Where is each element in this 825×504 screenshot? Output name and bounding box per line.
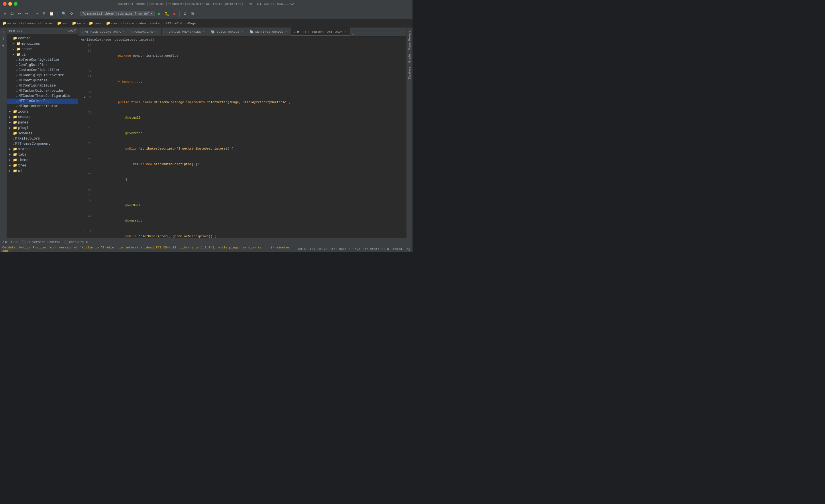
tab-close-buildgradle[interactable]: ×: [241, 30, 244, 34]
line-content-52[interactable]: @NotNull: [91, 110, 406, 126]
tree-item-mtcustomtheme[interactable]: ☕ MTCustomThemeConfigurable: [7, 93, 78, 98]
tree-item-mtthemescomponent[interactable]: ☕ MTThemesComponent: [7, 141, 78, 146]
line-content-39[interactable]: [91, 69, 406, 74]
tree-item-confignotifier[interactable]: ☕ ConfigNotifier: [7, 63, 78, 68]
tree-item-tree[interactable]: ▶ 📁 tree: [7, 163, 78, 168]
sidebar-maven-projects[interactable]: Maven Projects: [407, 29, 411, 52]
line-content-59[interactable]: @NotNull: [91, 198, 406, 213]
tab-close-colorjava[interactable]: ×: [156, 30, 158, 34]
cut-button[interactable]: ✂: [34, 11, 41, 17]
statusbar-event-log[interactable]: Event Log: [393, 247, 410, 251]
tab-buildgradle[interactable]: 🐘 BUILD.GRADLE ×: [208, 27, 247, 36]
ebc-class[interactable]: MTFileColorsPage: [81, 38, 111, 42]
maximize-button[interactable]: [14, 2, 17, 6]
tree-item-ui[interactable]: ▶ 📁 ui: [7, 52, 78, 57]
line-content-38[interactable]: [91, 64, 406, 69]
bc-item-idea[interactable]: idea: [138, 22, 146, 25]
tree-item-config[interactable]: ▾ 📁 config: [7, 35, 78, 41]
bb-item-checkstyle[interactable]: ⬛ CheckStyle: [64, 240, 88, 244]
paste-button[interactable]: 📋: [48, 11, 55, 17]
bc-item-main[interactable]: 📁 main: [72, 21, 84, 25]
tree-item-scope[interactable]: ▶ 📁 scope: [7, 47, 78, 52]
sidebar-icon-structure[interactable]: 2: [0, 35, 7, 42]
tab-close-settingsgradle[interactable]: ×: [285, 30, 288, 34]
statusbar-lang[interactable]: Java: [353, 247, 360, 251]
tab-gradleprops[interactable]: ⬡ GRADLE.PROPERTIES ×: [162, 27, 208, 36]
gutter-run-icon[interactable]: ▶: [84, 96, 86, 99]
statusbar-encoding[interactable]: UTF-8: [318, 247, 327, 251]
statusbar-position[interactable]: 63:95: [298, 247, 308, 251]
gutter-impl-icon2[interactable]: ↑: [84, 230, 86, 233]
line-content-55[interactable]: return new AttributesDescriptor[0];: [91, 156, 406, 172]
bc-item-com[interactable]: 📁 com: [106, 21, 117, 25]
minimize-button[interactable]: [8, 2, 12, 6]
panel-close-btn[interactable]: ×: [74, 29, 76, 33]
tree-item-mtcustom[interactable]: ☕ MTCustomColorsProvider: [7, 88, 78, 93]
sidebar-database[interactable]: Database: [407, 65, 411, 81]
sidebar-icon-favorites[interactable]: ★: [0, 43, 7, 49]
tree-item-schemes[interactable]: ▾ 📁 schemes: [7, 131, 78, 136]
line-content-40[interactable]: + import ...;: [91, 74, 406, 89]
tab-colorjava[interactable]: ⬡ COLOR.JAVA ×: [128, 27, 162, 36]
bc-item-chrisrm[interactable]: chrisrm: [121, 22, 134, 25]
tab-mtfilecolorspage[interactable]: ☕ MT FILE COLORS PAGE.JAVA ×: [291, 27, 350, 36]
tree-item-menuicons[interactable]: ▶ 📁 menuicons: [7, 41, 78, 47]
tree-item-icons[interactable]: ▶ 📁 icons: [7, 109, 78, 114]
line-content-54[interactable]: public AttributesDescriptor[] getAttribu…: [91, 141, 406, 156]
tree-item-ui-root[interactable]: ▶ 📁 ui: [7, 168, 78, 173]
tree-item-mtfilecolorspage[interactable]: ☕ MTFileColorsPage: [7, 98, 78, 104]
statusbar-lf[interactable]: LF#: [310, 247, 316, 251]
bc-item-config[interactable]: config: [150, 22, 162, 25]
tab-settingsgradle[interactable]: 🐘 SETTINGS.GRADLE ×: [247, 27, 291, 36]
bc-item-file[interactable]: MTFileColorsPage: [166, 22, 196, 25]
tree-item-themes[interactable]: ▶ 📁 themes: [7, 157, 78, 163]
copy-button[interactable]: ⎘: [42, 11, 47, 17]
bb-item-vcs[interactable]: ⬛ 9: Version Control: [22, 240, 61, 244]
debug-button[interactable]: 🐛: [163, 11, 171, 17]
statusbar-stat[interactable]: Git Stat: 5↑ 0↓: [363, 247, 391, 251]
tree-item-mtfilecolors[interactable]: ☕ MTFileColors: [7, 136, 78, 141]
line-content-57[interactable]: [91, 188, 406, 193]
sidebar-gradle[interactable]: Gradle: [407, 53, 411, 65]
tree-item-mtconfig[interactable]: ☕ MTConfigTopHitProvider: [7, 73, 78, 78]
tab-close-gradleprops[interactable]: ×: [202, 30, 205, 34]
window-controls[interactable]: [3, 2, 17, 6]
bc-item-src[interactable]: 📁 src: [57, 21, 68, 25]
structure-button[interactable]: ⊞: [190, 11, 195, 17]
project-button[interactable]: 🗂: [9, 11, 15, 17]
search-button[interactable]: 🔍: [60, 11, 68, 17]
gutter-impl-icon[interactable]: ↑: [84, 142, 86, 145]
tree-item-plugins[interactable]: ▶ 📁 plugins: [7, 125, 78, 131]
bc-item-project[interactable]: 📁 material-theme-jetbrains: [2, 21, 53, 25]
code-editor[interactable]: 36 37 package com.chrisrm.idea.config; 3…: [78, 43, 406, 238]
tree-item-mtoption[interactable]: ☕ MTOptionContributor: [7, 104, 78, 109]
line-content-61[interactable]: public ColorDescriptor[] getColorDescrip…: [91, 229, 406, 238]
statusbar-git[interactable]: Git: docs ÷: [330, 247, 351, 251]
replace-button[interactable]: ⟳: [69, 11, 75, 17]
tree-item-mtconfigurablebase[interactable]: ☕ MTConfigurableBase: [7, 83, 78, 88]
line-content-58[interactable]: [91, 193, 406, 198]
line-content-36[interactable]: [91, 43, 406, 48]
settings-button[interactable]: ⚙: [182, 11, 188, 17]
panel-settings-btn[interactable]: ⚙: [71, 29, 73, 33]
close-button[interactable]: [3, 2, 7, 6]
run-button[interactable]: ▶: [156, 11, 162, 17]
line-content-53[interactable]: @Override: [91, 126, 406, 141]
run-config-selector[interactable]: 🔧 material-theme-jetbrains [run|de] ▾: [80, 11, 155, 16]
line-content-51[interactable]: public final class MTFileColorsPage impl…: [91, 94, 406, 110]
tree-item-customconfig[interactable]: ☕ CustomConfigNotifier: [7, 68, 78, 73]
line-content-56[interactable]: }: [91, 172, 406, 188]
tab-close-mtfilecolorspage[interactable]: ×: [344, 30, 347, 34]
tree-item-status[interactable]: ▶ 📁 status: [7, 146, 78, 152]
menu-button[interactable]: ≡: [2, 11, 7, 17]
undo-button[interactable]: ↩: [16, 11, 22, 17]
tree-item-beforeconfig[interactable]: ☕ BeforeConfigNotifier: [7, 57, 78, 63]
tree-item-tabs[interactable]: ▶ 📁 tabs: [7, 152, 78, 157]
line-content-60[interactable]: @Override: [91, 213, 406, 229]
tab-overflow-button[interactable]: ⋯: [350, 32, 356, 36]
sidebar-icon-project[interactable]: 1: [0, 29, 7, 35]
tree-item-panes[interactable]: ▶ 📁 panes: [7, 120, 78, 125]
panel-compact-btn[interactable]: ⊟: [68, 29, 70, 33]
statusbar-warning-text[interactable]: Outdated Kotlin Runtime: Your version of…: [2, 246, 296, 253]
tree-item-mtconfigurable[interactable]: ☕ MTConfigurable: [7, 78, 78, 83]
